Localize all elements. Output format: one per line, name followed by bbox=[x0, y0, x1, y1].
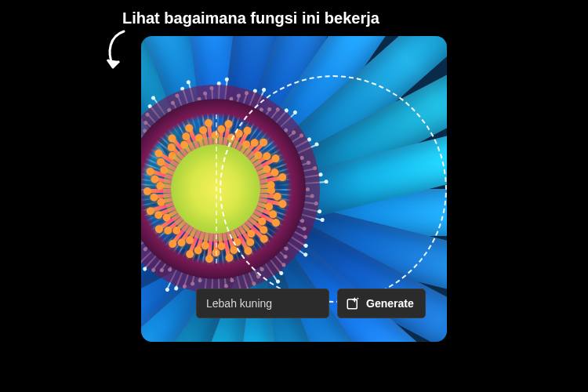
svg-point-1 bbox=[357, 298, 358, 299]
heading: Lihat bagaimana fungsi ini bekerja bbox=[122, 9, 379, 27]
contextual-taskbar: Lebah kuning Generate bbox=[196, 289, 426, 318]
generate-button[interactable]: Generate bbox=[337, 289, 426, 318]
image-canvas: Lebah kuning Generate bbox=[141, 36, 447, 342]
stage: Lihat bagaimana fungsi ini bekerja Lebah… bbox=[0, 0, 588, 392]
prompt-input-value: Lebah kuning bbox=[206, 297, 272, 310]
prompt-input[interactable]: Lebah kuning bbox=[196, 289, 329, 318]
selection-vertical-guide bbox=[216, 114, 217, 263]
generate-icon bbox=[346, 296, 360, 310]
generate-button-label: Generate bbox=[366, 297, 414, 310]
marquee-selection[interactable] bbox=[220, 75, 447, 303]
curved-arrow-icon bbox=[102, 28, 133, 75]
svg-rect-0 bbox=[347, 299, 357, 309]
